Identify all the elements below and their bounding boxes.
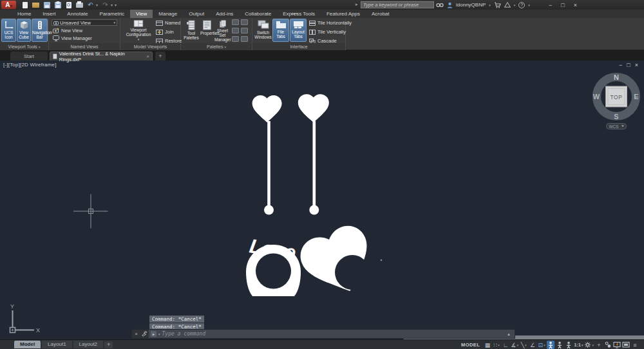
customization-menu-button[interactable]: ≡ — [631, 341, 639, 349]
close-window-button[interactable]: × — [574, 2, 577, 8]
layout-tab-model[interactable]: Model — [14, 341, 41, 348]
heart-napkin-ring[interactable] — [295, 220, 382, 304]
object-snap-tracking-button[interactable]: ∠ — [529, 341, 536, 349]
properties-palette-button[interactable]: Properties — [200, 19, 214, 42]
save-as-button[interactable] — [54, 1, 61, 8]
grid-display-button[interactable]: ▦ — [484, 341, 491, 349]
palette-mini-button-2[interactable] — [241, 19, 248, 25]
command-wrench-icon[interactable] — [140, 330, 149, 338]
palette-mini-button-1[interactable] — [232, 19, 239, 25]
tile-vertically-button[interactable]: Tile Vertically — [309, 29, 346, 35]
search-binoculars-icon[interactable] — [436, 2, 444, 8]
palette-mini-button-3[interactable] — [232, 28, 239, 33]
command-history-toggle[interactable]: ▴ — [505, 332, 513, 337]
model-space-badge[interactable]: MODEL — [459, 342, 482, 348]
annotation-visibility-button[interactable] — [547, 341, 554, 349]
tab-featured-apps[interactable]: Featured Apps — [321, 10, 366, 18]
help-search-input[interactable] — [361, 1, 434, 8]
tab-annotate[interactable]: Annotate — [61, 10, 93, 18]
save-button[interactable] — [43, 1, 50, 8]
tab-home[interactable]: Home — [12, 10, 37, 18]
snap-mode-button[interactable]: ∷▾ — [493, 341, 500, 349]
tab-insert[interactable]: Insert — [37, 10, 61, 18]
viewcube[interactable]: N E S W TOP WCS — [593, 73, 639, 129]
annotation-monitor-plus-button[interactable]: + — [595, 341, 603, 349]
tab-parametric[interactable]: Parametric — [93, 10, 130, 18]
command-input-area[interactable]: ▸ ▾ ▴ — [149, 330, 515, 338]
undo-button[interactable]: ↶ — [87, 1, 94, 8]
polar-tracking-button[interactable]: ∡▾ — [511, 341, 518, 349]
drink-stirrer-left[interactable] — [252, 95, 282, 215]
a360-triangle-icon[interactable] — [504, 2, 511, 8]
a360-dropdown-icon[interactable]: ▾ — [514, 3, 516, 7]
join-viewports-button[interactable]: Join — [156, 29, 174, 35]
undo-dropdown[interactable]: ▾ — [96, 3, 98, 7]
love-napkin-ring[interactable]: Love — [246, 234, 301, 296]
workspace-switching-button[interactable]: ▾ — [584, 341, 594, 349]
store-cart-icon[interactable] — [494, 2, 501, 8]
palette-mini-button-5[interactable] — [232, 36, 239, 42]
plot-button[interactable] — [76, 1, 83, 8]
clean-screen-button[interactable] — [622, 341, 630, 349]
recent-commands-caret[interactable]: ▾ — [158, 332, 160, 336]
new-file-button[interactable] — [21, 1, 28, 8]
view-manager-button[interactable]: View Manager — [53, 35, 92, 41]
panel-label-palettes[interactable]: Palettes▾ — [181, 43, 252, 50]
isolate-objects-button[interactable] — [604, 341, 612, 349]
viewport-configuration-button[interactable]: Viewport Configuration▾ — [122, 19, 155, 42]
annotation-scale-button[interactable]: 1:1▾ — [574, 341, 583, 349]
tab-acrobat[interactable]: Acrobat — [366, 10, 395, 18]
redo-button[interactable]: ↷ — [102, 1, 109, 8]
tab-addins[interactable]: Add-ins — [210, 10, 239, 18]
panel-label-interface[interactable]: Interface — [252, 43, 345, 50]
annotation-autoscale-button[interactable] — [556, 341, 564, 349]
navigation-bar-toggle-button[interactable]: Navigation Bar — [32, 19, 48, 42]
ucs-icon-toggle-button[interactable]: UCS Icon — [1, 19, 16, 42]
user-dropdown-icon[interactable]: ▾ — [489, 3, 491, 7]
signed-in-username[interactable]: idonnyQBNP — [456, 2, 486, 8]
plot-preview-button[interactable] — [65, 1, 72, 8]
model-space-canvas[interactable]: Love Y X N E S W — [0, 61, 644, 339]
file-tab-active-drawing[interactable]: Valentines Drink St... & Napkin Rings.dx… — [50, 52, 153, 61]
layout-tab-layout2[interactable]: Layout2 — [73, 341, 103, 348]
redo-dropdown[interactable]: ▾ — [111, 3, 113, 7]
view-cube-toggle-button[interactable]: View Cube — [17, 19, 31, 42]
palette-mini-button-6[interactable] — [241, 36, 248, 42]
isometric-drafting-button[interactable]: ╲▾ — [520, 341, 527, 349]
drink-stirrer-right[interactable] — [298, 94, 329, 214]
named-viewports-button[interactable]: Named — [156, 20, 180, 26]
sheet-set-manager-button[interactable]: Sheet Set Manager — [214, 19, 231, 42]
command-close-icon[interactable]: × — [132, 330, 140, 338]
qat-customize-dropdown[interactable]: ▾ — [115, 3, 117, 7]
command-prompt-icon[interactable]: ▸ — [151, 331, 156, 337]
new-layout-button[interactable]: + — [104, 341, 113, 348]
command-input[interactable] — [162, 331, 503, 337]
search-expand-icon[interactable]: ▸ — [355, 2, 358, 7]
file-tabs-toggle-button[interactable]: File Tabs — [272, 19, 289, 42]
ribbon-display-toggle[interactable]: ▭▾ — [291, 11, 298, 16]
ortho-mode-button[interactable]: ∟ — [502, 341, 509, 349]
close-file-tab-icon[interactable]: × — [146, 53, 149, 59]
tab-express-tools[interactable]: Express Tools — [277, 10, 321, 18]
graphics-performance-button[interactable] — [613, 341, 621, 349]
help-button[interactable]: ? — [518, 2, 525, 8]
panel-label-named-views[interactable]: Named Views — [49, 43, 120, 50]
layout-tabs-toggle-button[interactable]: Layout Tabs — [290, 19, 307, 42]
tab-manage[interactable]: Manage — [153, 10, 183, 18]
tool-palettes-button[interactable]: Tool Palettes — [183, 19, 200, 42]
palette-mini-button-4[interactable] — [241, 28, 248, 33]
new-view-button[interactable]: New View — [53, 28, 82, 33]
open-file-button[interactable] — [32, 1, 39, 8]
panel-label-viewport-tools[interactable]: Viewport Tools▾ — [0, 43, 48, 50]
application-menu-button[interactable]: A▾ — [1, 1, 16, 9]
switch-windows-button[interactable]: Switch Windows — [254, 19, 272, 42]
view-combo-box[interactable]: Unsaved View▾ — [52, 19, 117, 26]
tab-output[interactable]: Output — [183, 10, 210, 18]
help-dropdown-icon[interactable]: ▾ — [528, 3, 530, 7]
file-tab-start[interactable]: Start — [10, 52, 48, 61]
tab-view[interactable]: View — [130, 10, 153, 18]
tile-horizontally-button[interactable]: Tile Horizontally — [309, 20, 352, 26]
new-drawing-tab-button[interactable]: + — [155, 52, 166, 61]
maximize-window-button[interactable]: □ — [561, 2, 564, 8]
panel-label-model-viewports[interactable]: Model Viewports — [120, 43, 180, 50]
